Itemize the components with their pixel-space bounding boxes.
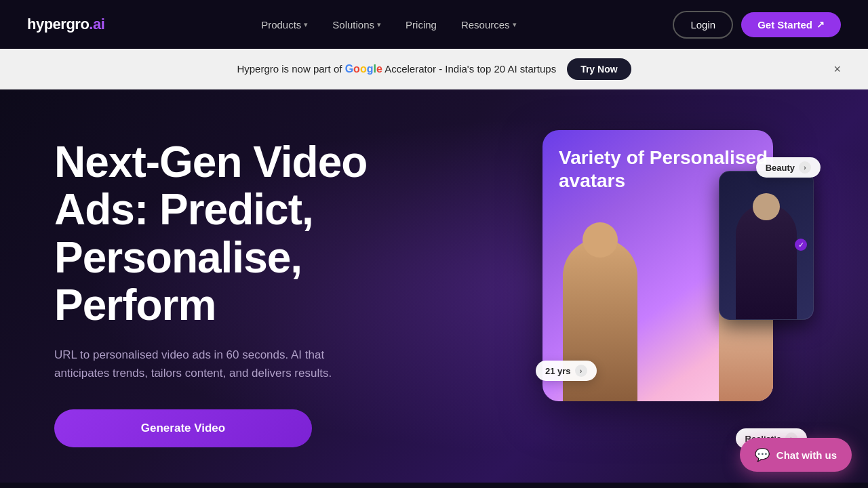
generate-video-button[interactable]: Generate Video xyxy=(54,409,312,447)
navbar: hypergro.ai Products ▾ Solutions ▾ Prici… xyxy=(0,0,868,49)
banner-text: Hypergro is now part of Google Accelerat… xyxy=(237,63,556,75)
check-badge: ✓ xyxy=(795,239,807,251)
nav-item-solutions[interactable]: Solutions ▾ xyxy=(323,14,391,36)
hero-section: Next-Gen Video Ads: Predict, Personalise… xyxy=(0,89,868,483)
chat-icon: 💬 xyxy=(755,447,770,462)
age-badge-label: 21 yrs xyxy=(545,366,571,376)
logo-dot: .ai xyxy=(89,16,104,33)
nav-item-resources[interactable]: Resources ▾ xyxy=(452,14,526,36)
check-icon: ✓ xyxy=(795,239,807,251)
nav-item-pricing[interactable]: Pricing xyxy=(396,14,446,36)
hero-visual: Variety of Personalised avatars 21 yrs xyxy=(529,130,814,455)
nav-label-pricing: Pricing xyxy=(406,19,437,30)
banner-close-button[interactable]: × xyxy=(833,62,841,77)
get-started-label: Get Started xyxy=(757,19,812,30)
avatar-head-left xyxy=(583,222,618,258)
logo[interactable]: hypergro.ai xyxy=(27,16,104,33)
hero-subtitle: URL to personalised video ads in 60 seco… xyxy=(54,346,380,382)
hero-content: Next-Gen Video Ads: Predict, Personalise… xyxy=(54,138,434,447)
chevron-right-icon: › xyxy=(799,161,811,174)
logo-text: hypergro.ai xyxy=(27,16,104,33)
chat-widget[interactable]: 💬 Chat with us xyxy=(740,438,852,472)
nav-label-resources: Resources xyxy=(461,19,510,30)
chevron-down-icon: ▾ xyxy=(377,20,381,29)
logo-wordmark: hypergro xyxy=(27,16,89,33)
get-started-button[interactable]: Get Started ↗ xyxy=(741,12,841,37)
chat-label: Chat with us xyxy=(776,449,837,461)
age-badge[interactable]: 21 yrs › xyxy=(536,361,597,381)
google-logo: Google xyxy=(345,63,382,75)
banner-text-before: Hypergro is now part of xyxy=(237,63,344,75)
try-now-button[interactable]: Try Now xyxy=(567,58,631,80)
chevron-right-icon: › xyxy=(575,365,587,377)
chevron-down-icon: ▾ xyxy=(304,20,308,29)
banner-text-after: Accelerator - India's top 20 AI startups xyxy=(382,63,556,75)
avatar-head-secondary xyxy=(753,193,780,220)
nav-actions: Login Get Started ↗ xyxy=(673,11,841,39)
nav-item-products[interactable]: Products ▾ xyxy=(252,14,317,36)
nav-label-solutions: Solutions xyxy=(332,19,374,30)
card-title: Variety of Personalised avatars xyxy=(559,146,773,192)
arrow-icon: ↗ xyxy=(816,19,825,30)
announcement-banner: Hypergro is now part of Google Accelerat… xyxy=(0,49,868,89)
hero-title: Next-Gen Video Ads: Predict, Personalise… xyxy=(54,138,434,329)
nav-links: Products ▾ Solutions ▾ Pricing Resources… xyxy=(252,14,526,36)
nav-label-products: Products xyxy=(261,19,301,30)
login-button[interactable]: Login xyxy=(673,11,733,39)
chevron-down-icon: ▾ xyxy=(513,20,517,29)
avatar-person-secondary xyxy=(736,204,797,319)
